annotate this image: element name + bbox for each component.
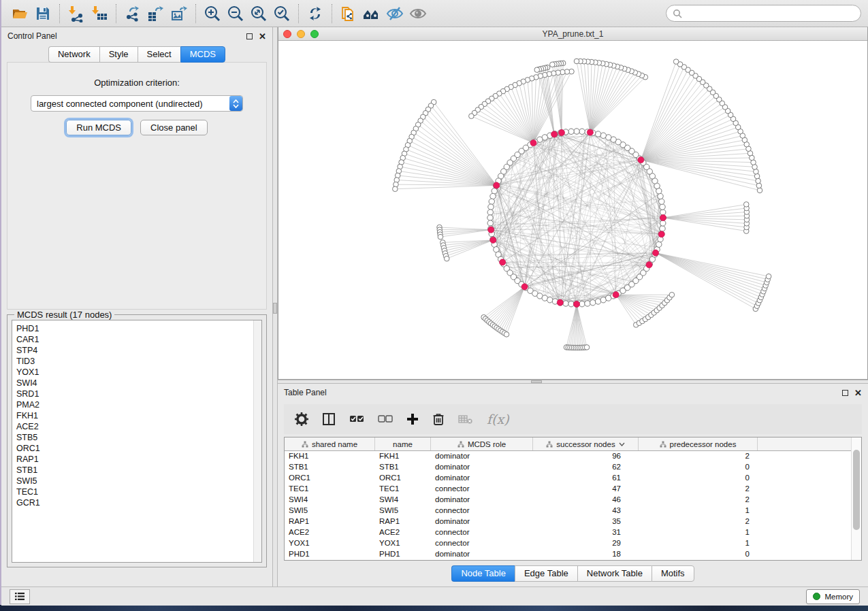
column-header-shared-name[interactable]: shared name bbox=[285, 437, 375, 450]
table-row[interactable]: TEC1TEC1connector472 bbox=[285, 484, 851, 495]
zoom-selected-icon[interactable] bbox=[270, 3, 293, 24]
leaf-node[interactable] bbox=[438, 234, 443, 240]
leaf-node[interactable] bbox=[766, 274, 771, 279]
dominator-node[interactable] bbox=[646, 262, 652, 268]
ring-node[interactable] bbox=[487, 210, 493, 215]
tab-network[interactable]: Network bbox=[48, 46, 99, 63]
dominator-node[interactable] bbox=[557, 299, 563, 306]
zoom-in-icon[interactable] bbox=[201, 3, 224, 24]
dominator-node[interactable] bbox=[573, 301, 579, 307]
search-box[interactable] bbox=[666, 5, 861, 22]
chevron-down-icon[interactable] bbox=[619, 442, 625, 446]
ring-node[interactable] bbox=[492, 188, 497, 194]
mcds-result-item[interactable]: ACE2 bbox=[16, 421, 253, 432]
ring-node[interactable] bbox=[579, 129, 585, 134]
tab-node-table[interactable]: Node Table bbox=[451, 565, 515, 582]
ring-node[interactable] bbox=[595, 299, 600, 304]
ring-node[interactable] bbox=[660, 220, 666, 226]
leaf-node[interactable] bbox=[673, 59, 679, 65]
share-document-icon[interactable] bbox=[337, 3, 360, 24]
ring-node[interactable] bbox=[595, 131, 600, 137]
splitter-grip[interactable] bbox=[531, 380, 542, 383]
ring-node[interactable] bbox=[489, 199, 494, 204]
ring-node[interactable] bbox=[574, 129, 579, 134]
ring-node[interactable] bbox=[568, 129, 574, 134]
mcds-result-item[interactable]: STB5 bbox=[16, 432, 253, 443]
network-graph[interactable] bbox=[278, 41, 867, 379]
dominator-node[interactable] bbox=[521, 284, 528, 290]
select-all-icon[interactable] bbox=[349, 414, 364, 425]
mcds-result-item[interactable]: GCR1 bbox=[16, 497, 253, 508]
tab-style[interactable]: Style bbox=[99, 46, 138, 63]
open-file-icon[interactable] bbox=[8, 3, 31, 24]
mcds-result-item[interactable]: PHD1 bbox=[16, 323, 253, 334]
ring-node[interactable] bbox=[659, 199, 664, 204]
mcds-result-item[interactable]: STB1 bbox=[16, 465, 253, 476]
close-panel-icon[interactable]: ✕ bbox=[854, 389, 862, 397]
import-network-icon[interactable] bbox=[65, 3, 88, 24]
leaf-node[interactable] bbox=[669, 292, 675, 297]
dominator-node[interactable] bbox=[558, 129, 564, 135]
ring-node[interactable] bbox=[600, 133, 606, 138]
table-row[interactable]: PHD1PHD1dominator180 bbox=[285, 549, 851, 560]
zoom-fit-icon[interactable] bbox=[247, 3, 270, 24]
dominator-node[interactable] bbox=[658, 231, 664, 237]
ring-node[interactable] bbox=[660, 226, 665, 231]
search-input[interactable] bbox=[686, 9, 854, 18]
tab-motifs[interactable]: Motifs bbox=[652, 565, 694, 582]
export-network-icon[interactable] bbox=[121, 3, 144, 24]
dominator-node[interactable] bbox=[587, 129, 593, 135]
gear-icon[interactable] bbox=[295, 412, 308, 426]
tab-select[interactable]: Select bbox=[138, 46, 180, 63]
refresh-icon[interactable] bbox=[304, 3, 327, 24]
mcds-result-item[interactable]: ORC1 bbox=[16, 443, 253, 454]
dominator-node[interactable] bbox=[494, 182, 500, 188]
leaf-node[interactable] bbox=[469, 114, 475, 119]
mcds-result-item[interactable]: RAP1 bbox=[16, 454, 253, 465]
tab-mcds[interactable]: MCDS bbox=[180, 46, 225, 63]
mcds-result-item[interactable]: YOX1 bbox=[16, 367, 253, 378]
leaf-node[interactable] bbox=[534, 67, 540, 73]
leaf-node[interactable] bbox=[757, 188, 762, 193]
network-search-icon[interactable] bbox=[360, 3, 383, 24]
leaf-node[interactable] bbox=[393, 186, 398, 192]
table-row[interactable]: FKH1FKH1dominator962 bbox=[285, 451, 851, 462]
ring-node[interactable] bbox=[660, 210, 666, 215]
dominator-node[interactable] bbox=[490, 237, 496, 243]
ring-node[interactable] bbox=[568, 301, 574, 307]
leaf-node[interactable] bbox=[743, 202, 749, 208]
export-image-icon[interactable] bbox=[167, 3, 191, 24]
mcds-result-item[interactable]: SRD1 bbox=[16, 389, 253, 399]
dominator-node[interactable] bbox=[530, 139, 536, 146]
mcds-result-item[interactable]: FKH1 bbox=[16, 410, 253, 421]
close-panel-icon[interactable]: ✕ bbox=[259, 32, 266, 41]
leaf-node[interactable] bbox=[756, 183, 762, 188]
zoom-out-icon[interactable] bbox=[224, 3, 247, 24]
leaf-node[interactable] bbox=[574, 59, 579, 64]
leaf-node[interactable] bbox=[550, 62, 556, 67]
show-hide-panel-icon[interactable] bbox=[406, 3, 430, 24]
import-table-icon[interactable] bbox=[88, 3, 111, 24]
mcds-result-item[interactable]: TEC1 bbox=[16, 486, 253, 497]
mcds-result-item[interactable]: CAR1 bbox=[16, 334, 253, 345]
toggle-graphics-details-icon[interactable] bbox=[383, 3, 406, 24]
delete-column-icon[interactable] bbox=[432, 412, 445, 426]
table-row[interactable]: RAP1RAP1dominator352 bbox=[285, 516, 851, 527]
column-header-successor-nodes[interactable]: successor nodes bbox=[533, 437, 639, 450]
mcds-result-item[interactable]: TID3 bbox=[16, 356, 253, 367]
ring-node[interactable] bbox=[487, 220, 493, 226]
ring-node[interactable] bbox=[590, 300, 596, 306]
dominator-node[interactable] bbox=[613, 292, 619, 298]
float-panel-icon[interactable] bbox=[842, 390, 848, 396]
ring-node[interactable] bbox=[547, 297, 553, 303]
leaf-node[interactable] bbox=[754, 174, 760, 179]
ring-node[interactable] bbox=[656, 242, 662, 247]
criterion-dropdown[interactable]: largest connected component (undirected) bbox=[31, 95, 243, 112]
leaf-node[interactable] bbox=[444, 256, 449, 261]
dominator-node[interactable] bbox=[500, 259, 506, 265]
table-row[interactable]: STB1STB1dominator620 bbox=[285, 462, 851, 473]
ring-node[interactable] bbox=[487, 215, 493, 220]
float-panel-icon[interactable] bbox=[246, 33, 253, 39]
table-row[interactable]: SWI5SWI5connector431 bbox=[285, 506, 851, 516]
run-mcds-button[interactable]: Run MCDS bbox=[66, 120, 131, 135]
